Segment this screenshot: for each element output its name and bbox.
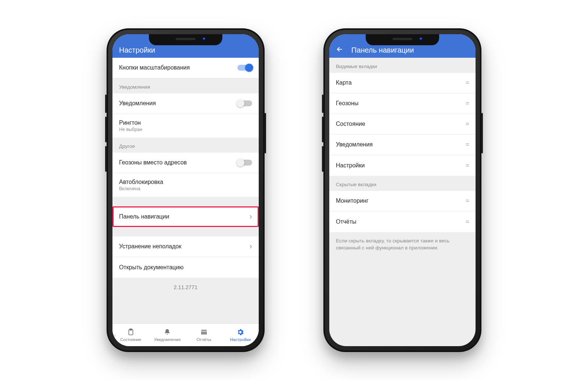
drag-handle-icon[interactable]: = (466, 120, 469, 128)
zoom-buttons-toggle[interactable] (237, 65, 252, 71)
visible-tab-settings-label: Настройки (336, 162, 365, 169)
bottom-tab-bar: ‹ Состояние Уведомления Отчёты Настройки (112, 323, 259, 346)
section-hidden-tabs: Скрытые вкладки (329, 176, 476, 191)
phone-mockup-left: Настройки Кнопки масштабирования Уведомл… (107, 28, 265, 352)
nav-panel-title: Панель навигации (351, 46, 414, 54)
hidden-tab-monitoring[interactable]: Мониторинг = (329, 191, 476, 212)
drag-handle-icon[interactable]: = (466, 218, 469, 225)
svg-rect-4 (203, 331, 205, 334)
gear-icon (236, 328, 244, 336)
section-title-other: Другое (112, 138, 259, 153)
chevron-right-icon: › (250, 212, 252, 221)
nav-panel-app: Панель навигации Видимые вкладки Карта =… (329, 34, 476, 346)
app-version: 2.11.2771 (112, 278, 259, 294)
visible-tab-map-label: Карта (336, 79, 352, 86)
row-notifications[interactable]: Уведомления (112, 93, 259, 114)
drag-handle-icon[interactable]: = (466, 162, 469, 169)
phone-mockup-right: Панель навигации Видимые вкладки Карта =… (323, 28, 481, 352)
row-geozones-instead[interactable]: Геозоны вместо адресов (112, 153, 259, 173)
hidden-tab-reports[interactable]: Отчёты = (329, 212, 476, 232)
visible-tab-status-label: Состояние (336, 121, 365, 127)
svg-rect-5 (205, 331, 207, 334)
zoom-buttons-label: Кнопки масштабирования (119, 64, 190, 71)
settings-app: Настройки Кнопки масштабирования Уведомл… (112, 34, 259, 346)
notifications-label: Уведомления (119, 100, 156, 107)
geozones-instead-toggle[interactable] (237, 160, 252, 166)
arrow-left-icon (336, 46, 343, 53)
row-troubleshooting[interactable]: Устранение неполадок › (112, 237, 259, 257)
ringtone-label: Рингтон (119, 120, 142, 126)
row-zoom-buttons[interactable]: Кнопки масштабирования (112, 58, 259, 78)
row-navigation-panel[interactable]: Панель навигации › (112, 206, 259, 227)
bell-icon (163, 328, 171, 336)
tab-reports-label: Отчёты (197, 337, 211, 342)
table-icon (200, 328, 208, 336)
visible-tab-geozones[interactable]: Геозоны = (329, 93, 476, 114)
settings-title: Настройки (119, 46, 155, 54)
drag-handle-icon[interactable]: = (466, 79, 469, 86)
svg-rect-2 (201, 330, 207, 331)
phone-screen-left: Настройки Кнопки масштабирования Уведомл… (112, 34, 259, 346)
autolock-value: Включена (119, 186, 163, 191)
navigation-panel-label: Панель навигации (119, 213, 169, 220)
tab-settings-label: Настройки (230, 337, 251, 342)
hidden-tab-reports-label: Отчёты (336, 219, 356, 225)
visible-tab-map[interactable]: Карта = (329, 73, 476, 93)
ringtone-value: Не выбран (119, 127, 142, 132)
row-autolock[interactable]: Автоблокировка Включена (112, 173, 259, 197)
geozones-instead-label: Геозоны вместо адресов (119, 159, 187, 166)
troubleshooting-label: Устранение неполадок (119, 243, 181, 250)
clipboard-icon (127, 328, 135, 336)
tab-reports[interactable]: Отчёты (186, 324, 222, 346)
svg-rect-1 (130, 328, 132, 330)
visible-tab-status[interactable]: Состояние = (329, 114, 476, 135)
drag-handle-icon[interactable]: = (466, 197, 469, 205)
autolock-label: Автоблокировка (119, 179, 163, 185)
back-button[interactable] (336, 46, 343, 55)
visible-tab-settings[interactable]: Настройки = (329, 155, 476, 176)
drag-handle-icon[interactable]: = (466, 141, 469, 148)
tab-status-label: Состояние (120, 337, 141, 342)
svg-rect-3 (201, 331, 202, 334)
row-ringtone[interactable]: Рингтон Не выбран (112, 114, 259, 138)
drag-handle-icon[interactable]: = (466, 100, 469, 107)
chevron-right-icon: › (250, 242, 252, 251)
tab-notifications[interactable]: Уведомления (149, 324, 186, 346)
tab-settings[interactable]: Настройки (222, 324, 259, 346)
hidden-tab-monitoring-label: Мониторинг (336, 198, 369, 204)
section-visible-tabs: Видимые вкладки (329, 58, 476, 73)
phone-screen-right: Панель навигации Видимые вкладки Карта =… (329, 34, 476, 346)
row-open-docs[interactable]: Открыть документацию (112, 257, 259, 278)
help-text: Если скрыть вкладку, то скрывается также… (329, 232, 476, 252)
visible-tab-notifications-label: Уведомления (336, 141, 373, 148)
nav-back-mini-icon[interactable]: ‹ (114, 332, 116, 338)
tab-status[interactable]: Состояние (112, 324, 149, 346)
notifications-toggle[interactable] (237, 100, 252, 106)
visible-tab-geozones-label: Геозоны (336, 100, 359, 107)
visible-tab-notifications[interactable]: Уведомления = (329, 135, 476, 155)
section-title-notifications: Уведомления (112, 78, 259, 93)
tab-notifications-label: Уведомления (154, 337, 180, 342)
open-docs-label: Открыть документацию (119, 264, 183, 271)
